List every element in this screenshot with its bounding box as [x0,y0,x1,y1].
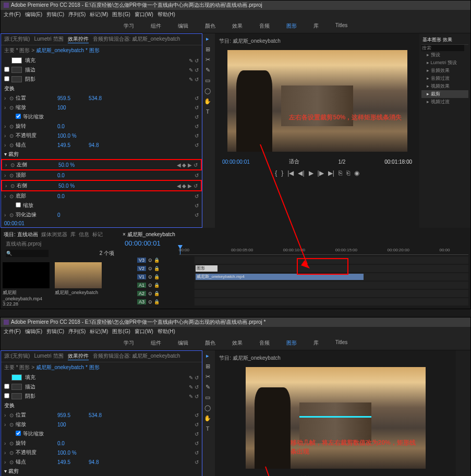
essential-graphics-tab[interactable]: 基本图形 [422,37,441,42]
stopwatch-icon[interactable]: ⊙ [9,173,16,178]
item-编辑(E)[interactable]: 编辑(E) [25,328,42,334]
item-图形[interactable]: 图形 [283,338,300,348]
checkbox[interactable] [4,76,9,81]
effects-tab[interactable]: 效果 [443,37,452,42]
crop-section[interactable]: ▾ 裁剪 [1,467,202,476]
source-panel-tabs[interactable]: 源:(无剪辑)Lumetri 范围效果控件音频剪辑混合器: 威尼斯_onekey… [1,34,202,45]
value[interactable]: 959.5 [57,412,89,418]
workspace-tabs[interactable]: 学习组件编辑颜色效果音频图形库Titles [1,19,470,33]
item-源:(无剪辑)[interactable]: 源:(无剪辑) [4,35,30,43]
item-图形(G)[interactable]: 图形(G) [112,11,130,17]
stopwatch-icon[interactable]: ⊙ [10,183,17,189]
item-媒体浏览器[interactable]: 媒体浏览器 [41,231,67,238]
item-Titles[interactable]: Titles [332,21,351,31]
item-编辑(E)[interactable]: 编辑(E) [25,11,42,17]
item-文件(F)[interactable]: 文件(F) [4,11,21,17]
stopwatch-icon[interactable]: ⊙ [10,162,17,168]
crop-value[interactable]: 50.0 % [58,162,90,168]
time-ruler[interactable]: 00:0000:00:05:0000:00:10:0000:00:15:0000… [179,247,468,255]
tracks[interactable]: V3⊙ 🔒V2⊙ 🔒图形V1⊙ 🔒威尼斯_onekeybatch.mp4A1⊙ … [122,256,468,306]
crop-value[interactable]: 0.0 [57,193,89,199]
item-剪辑(C)[interactable]: 剪辑(C) [46,328,64,334]
video-preview[interactable]: 移动几帧，将左右裁剪数值改为20%，矩形线条出现 [246,367,426,469]
item-学习[interactable]: 学习 [120,338,137,348]
value[interactable]: 100.0 % [57,450,89,456]
value[interactable]: 100.0 % [57,133,89,139]
color-chip[interactable] [11,384,22,390]
collapsed-panel[interactable] [456,350,470,476]
effects-tree[interactable]: ▸ 预设▸ Lumetri 预设▸ 音频效果▸ 音频过渡▸ 视频效果▸ 裁剪▸ … [421,51,468,106]
checkbox[interactable] [4,384,9,389]
item-图形(G)[interactable]: 图形(G) [112,328,130,334]
item-项目: 直线动画[interactable]: 项目: 直线动画 [4,231,38,238]
item-音频剪辑混合器: 威尼斯_onekeybatch[interactable]: 音频剪辑混合器: 威尼斯_onekeybatch [93,352,180,360]
timeline-timecode[interactable]: 00:00:00:01 [122,239,468,247]
value[interactable]: 0.0 [57,124,89,129]
workspace-tabs[interactable]: 学习组件编辑颜色效果音频图形库Titles [1,336,470,350]
crop-section[interactable]: ▾ 裁剪 [1,150,202,159]
item-序列(S)[interactable]: 序列(S) [68,328,86,334]
video-preview[interactable]: 左右各设置裁剪50%，这样矩形线条消失 [227,50,407,152]
item-剪辑(C)[interactable]: 剪辑(C) [46,11,64,17]
item-窗口(W)[interactable]: 窗口(W) [135,11,153,17]
item-学习[interactable]: 学习 [120,21,137,31]
item-Lumetri 范围[interactable]: Lumetri 范围 [34,35,63,43]
transform-section[interactable]: 变换 [1,84,202,93]
item-效果[interactable]: 效果 [229,338,246,348]
source-panel-tabs[interactable]: 源:(无剪辑)Lumetri 范围效果控件音频剪辑混合器: 威尼斯_onekey… [1,351,202,362]
item-库[interactable]: 库 [310,338,322,348]
item-文件(F)[interactable]: 文件(F) [4,328,21,334]
item-帮助(H)[interactable]: 帮助(H) [158,328,175,334]
tree-item[interactable]: ▸ 裁剪 [421,90,468,98]
tree-item[interactable]: ▸ Lumetri 预设 [421,59,468,67]
item-Lumetri 范围[interactable]: Lumetri 范围 [34,352,63,360]
value[interactable]: 0.0 [57,441,89,446]
checkbox[interactable] [16,431,21,436]
value[interactable]: 100 [57,105,89,111]
item-音频[interactable]: 音频 [256,338,273,348]
item-编辑[interactable]: 编辑 [175,338,191,348]
value[interactable]: 100 [57,422,89,428]
tool-column[interactable]: ▸ ⊞ ✂ ✎ ▭ ◯ ✋ T [202,33,215,228]
project-search[interactable] [6,250,49,257]
checkbox[interactable] [4,393,9,398]
color-chip[interactable] [11,374,22,381]
project-tabs[interactable]: 项目: 直线动画媒体浏览器库信息标记 [3,230,117,239]
tree-item[interactable]: ▸ 视频过渡 [421,98,468,106]
item-效果[interactable]: 效果 [229,21,246,31]
tree-item[interactable]: ▸ 音频过渡 [421,75,468,82]
crop-value[interactable]: 0 [57,212,89,218]
tree-item[interactable]: ▸ 音频效果 [421,67,468,75]
zoom-fit[interactable]: 适合 [289,158,299,165]
item-编辑[interactable]: 编辑 [175,21,191,31]
project-thumbnails[interactable]: 威尼斯_onekeybatch.mp4 3:22.28 威尼斯_onekeyba… [3,262,117,307]
tree-item[interactable]: ▸ 预设 [421,51,468,59]
item-组件[interactable]: 组件 [148,21,164,31]
item-效果控件[interactable]: 效果控件 [68,352,89,360]
item-图形[interactable]: 图形 [283,21,300,31]
color-chip[interactable] [11,76,22,82]
main-menu[interactable]: 文件(F)编辑(E)剪辑(C)序列(S)标记(M)图形(G)窗口(W)帮助(H) [1,10,470,19]
tool-column[interactable]: ▸ ⊞ ✂ ✎ ▭ ◯ ✋ T [202,350,215,476]
item-音频[interactable]: 音频 [256,21,273,31]
item-库[interactable]: 库 [310,21,322,31]
item-效果控件[interactable]: 效果控件 [68,35,89,43]
main-menu[interactable]: 文件(F)编辑(E)剪辑(C)序列(S)标记(M)图形(G)窗口(W)帮助(H) [1,327,470,336]
timeline-panel[interactable]: × 威尼斯_onekeybatch 00:00:00:01 00:0000:00… [119,228,470,309]
checkbox[interactable] [16,114,21,119]
zoom-ratio[interactable]: 1/2 [338,159,345,165]
item-序列(S)[interactable]: 序列(S) [68,11,86,17]
value[interactable]: 149.5 [57,459,89,465]
value[interactable]: 149.5 [57,142,89,148]
item-标记(M)[interactable]: 标记(M) [90,328,108,334]
item-音频剪辑混合器: 威尼斯_onekeybatch[interactable]: 音频剪辑混合器: 威尼斯_onekeybatch [93,35,180,43]
item-源:(无剪辑)[interactable]: 源:(无剪辑) [4,352,30,360]
item-Titles[interactable]: Titles [332,338,351,348]
effect-timecode[interactable]: 00:00:01 [1,219,202,227]
checkbox[interactable] [4,67,9,72]
crop-value[interactable]: 50.0 % [58,183,90,189]
sequence-name[interactable]: 威尼斯_onekeybatch [127,231,175,237]
item-颜色[interactable]: 颜色 [202,21,219,31]
item-库[interactable]: 库 [70,231,76,238]
item-标记[interactable]: 标记 [92,231,103,238]
